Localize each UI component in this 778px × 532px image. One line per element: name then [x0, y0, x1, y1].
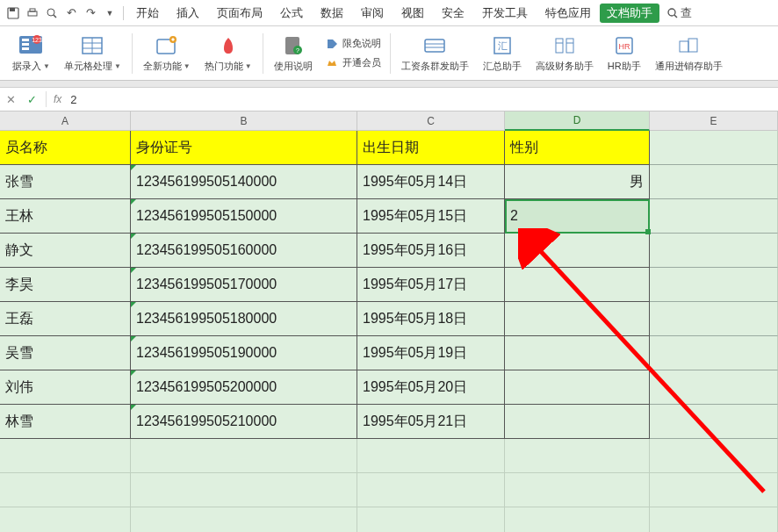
preview-icon[interactable]	[42, 4, 61, 23]
redo-icon[interactable]: ↷	[81, 4, 100, 23]
fx-icon[interactable]: fx	[50, 93, 65, 105]
cell-E8[interactable]	[650, 370, 778, 405]
col-header-D[interactable]: D	[505, 111, 650, 131]
cell-header-B[interactable]: 身份证号	[131, 131, 357, 165]
cell-A9[interactable]: 林雪	[0, 405, 131, 439]
cell-empty[interactable]	[650, 439, 778, 473]
cell-E2[interactable]	[650, 165, 778, 199]
menu-view[interactable]: 视图	[393, 5, 433, 21]
menu-formula[interactable]: 公式	[271, 5, 312, 21]
cell-empty[interactable]	[0, 439, 131, 473]
undo-icon[interactable]: ↶	[61, 4, 81, 23]
cell-empty[interactable]	[505, 473, 650, 507]
grid: 员名称 身份证号 出生日期 性别 张雪 123456199505140000 1…	[0, 131, 778, 532]
col-header-B[interactable]: B	[131, 111, 357, 131]
dropdown-icon[interactable]: ▼	[100, 4, 119, 23]
search-button[interactable]: 查	[666, 5, 692, 21]
ribbon-free-info[interactable]: 限免说明	[325, 37, 381, 51]
menu-review[interactable]: 审阅	[352, 5, 393, 21]
cell-C3[interactable]: 1995年05月15日	[357, 199, 505, 234]
cell-header-E[interactable]	[650, 131, 778, 165]
cell-E9[interactable]	[650, 405, 778, 439]
cell-D5[interactable]	[505, 268, 650, 302]
cell-E4[interactable]	[650, 234, 778, 268]
ribbon-finance[interactable]: 高级财务助手	[529, 33, 601, 73]
formula-accept[interactable]: ✓	[21, 89, 42, 110]
cell-empty[interactable]	[131, 473, 357, 507]
cell-empty[interactable]	[650, 507, 778, 532]
cell-header-D[interactable]: 性别	[505, 131, 650, 165]
cell-C7[interactable]: 1995年05月19日	[357, 336, 505, 370]
cell-header-C[interactable]: 出生日期	[357, 131, 505, 165]
cell-A8[interactable]: 刘伟	[0, 370, 131, 405]
col-header-C[interactable]: C	[357, 111, 505, 131]
cell-empty[interactable]	[0, 473, 131, 507]
cell-D6[interactable]	[505, 302, 650, 336]
cell-empty[interactable]	[650, 473, 778, 507]
ribbon-new-features[interactable]: 全新功能▼	[136, 33, 198, 73]
cell-D4[interactable]	[505, 234, 650, 268]
cell-A5[interactable]: 李昊	[0, 268, 131, 302]
cell-B6[interactable]: 123456199505180000	[131, 302, 357, 336]
cell-empty[interactable]	[357, 473, 505, 507]
cell-A3[interactable]: 王林	[0, 199, 131, 234]
ribbon-summary[interactable]: 汇 汇总助手	[476, 33, 529, 73]
cell-D7[interactable]	[505, 336, 650, 370]
ribbon-cell-process[interactable]: 单元格处理▼	[57, 33, 128, 73]
cell-empty[interactable]	[0, 507, 131, 532]
menu-security[interactable]: 安全	[433, 5, 473, 21]
cell-C9[interactable]: 1995年05月21日	[357, 405, 505, 439]
cell-empty[interactable]	[131, 439, 357, 473]
cell-empty[interactable]	[131, 507, 357, 532]
cell-B2[interactable]: 123456199505140000	[131, 165, 357, 199]
cell-D2[interactable]: 男	[505, 165, 650, 199]
cell-A4[interactable]: 静文	[0, 234, 131, 268]
cell-E5[interactable]	[650, 268, 778, 302]
cell-header-A[interactable]: 员名称	[0, 131, 131, 165]
cell-B9[interactable]: 123456199505210000	[131, 405, 357, 439]
col-header-A[interactable]: A	[0, 111, 131, 131]
cell-empty[interactable]	[505, 507, 650, 532]
menu-special[interactable]: 特色应用	[537, 5, 600, 21]
ribbon-open-vip[interactable]: 开通会员	[325, 56, 381, 70]
ribbon-hot-features[interactable]: 热门功能▼	[198, 33, 259, 73]
menu-start[interactable]: 开始	[127, 5, 168, 21]
cell-B7[interactable]: 123456199505190000	[131, 336, 357, 370]
cell-A2[interactable]: 张雪	[0, 165, 131, 199]
menu-dev[interactable]: 开发工具	[473, 5, 537, 21]
ribbon-hr[interactable]: HR HR助手	[601, 33, 648, 73]
cell-empty[interactable]	[357, 507, 505, 532]
ribbon-inventory[interactable]: 通用进销存助手	[648, 33, 730, 73]
cell-empty[interactable]	[357, 439, 505, 473]
ribbon-payroll[interactable]: 工资条群发助手	[394, 33, 476, 73]
print-icon[interactable]	[23, 4, 42, 23]
cell-D9[interactable]	[505, 405, 650, 439]
cell-B8[interactable]: 123456199505200000	[131, 370, 357, 405]
cell-D3[interactable]: 2	[505, 199, 650, 234]
menu-data[interactable]: 数据	[312, 5, 352, 21]
cell-B4[interactable]: 123456199505160000	[131, 234, 357, 268]
cell-C5[interactable]: 1995年05月17日	[357, 268, 505, 302]
formula-cancel[interactable]: ✕	[0, 89, 21, 110]
cell-C8[interactable]: 1995年05月20日	[357, 370, 505, 405]
cell-A6[interactable]: 王磊	[0, 302, 131, 336]
save-icon[interactable]	[4, 4, 23, 23]
menu-insert[interactable]: 插入	[168, 5, 208, 21]
cell-A7[interactable]: 吴雪	[0, 336, 131, 370]
col-header-E[interactable]: E	[650, 111, 778, 131]
cell-C4[interactable]: 1995年05月16日	[357, 234, 505, 268]
cell-E6[interactable]	[650, 302, 778, 336]
formula-input[interactable]: 2	[65, 93, 778, 106]
menu-layout[interactable]: 页面布局	[208, 5, 271, 21]
cell-B3[interactable]: 123456199505150000	[131, 199, 357, 234]
cell-empty[interactable]	[505, 439, 650, 473]
cell-B5[interactable]: 123456199505170000	[131, 268, 357, 302]
ribbon-data-entry[interactable]: 123 据录入▼	[5, 33, 57, 73]
cell-C6[interactable]: 1995年05月18日	[357, 302, 505, 336]
menu-doc-helper[interactable]: 文档助手	[600, 4, 659, 23]
cell-E3[interactable]	[650, 199, 778, 234]
cell-D8[interactable]	[505, 370, 650, 405]
cell-E7[interactable]	[650, 336, 778, 370]
cell-C2[interactable]: 1995年05月14日	[357, 165, 505, 199]
ribbon-usage-help[interactable]: ? 使用说明	[267, 33, 320, 73]
